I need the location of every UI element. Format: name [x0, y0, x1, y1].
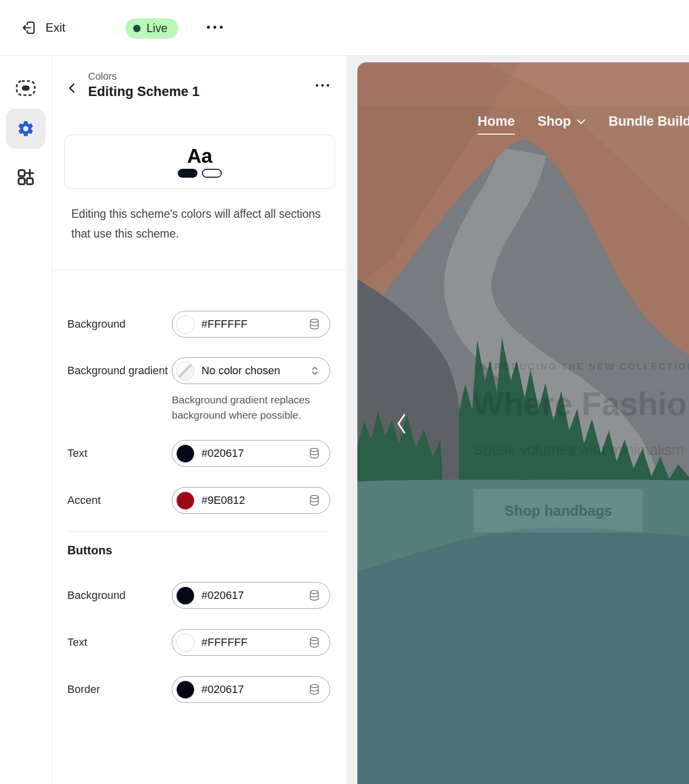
field-row-accent: Accent #9E0812	[67, 487, 330, 514]
editor-icon-rail	[0, 55, 52, 784]
scheme-description: Editing this scheme's colors will affect…	[71, 204, 325, 244]
accent-color-input[interactable]: #9E0812	[172, 487, 330, 514]
background-gradient-select[interactable]: No color chosen	[172, 357, 330, 384]
field-row-button-background: Background #020617	[67, 582, 330, 609]
panel-header: Colors Editing Scheme 1 Aa Editing this …	[51, 55, 346, 270]
button-text-color-input[interactable]: #FFFFFF	[172, 629, 330, 656]
sections-icon	[15, 78, 37, 98]
rail-item-theme-settings[interactable]	[6, 109, 46, 148]
dynamic-source-icon[interactable]	[308, 683, 321, 696]
ellipsis-icon	[316, 84, 318, 87]
scheme-button-pills	[178, 169, 222, 178]
exit-label: Exit	[46, 21, 65, 35]
select-chevrons-icon	[309, 364, 321, 377]
buttons-section-heading: Buttons	[67, 543, 112, 557]
outline-button-pill	[202, 169, 222, 178]
field-label: Background gradient	[67, 363, 172, 379]
rail-item-sections[interactable]	[6, 68, 46, 108]
no-color-swatch	[176, 362, 195, 380]
hero-eyebrow-text: INTRODUCING THE NEW COLLECTION	[475, 361, 689, 372]
field-label: Text	[67, 635, 172, 650]
nav-shop-label: Shop	[538, 114, 571, 129]
hero-subheading: Speak volumes with minimalism	[474, 441, 684, 458]
dynamic-source-icon[interactable]	[308, 318, 321, 331]
scheme-preview-card: Aa	[64, 135, 335, 189]
exit-icon	[21, 20, 37, 36]
text-color-input[interactable]: #020617	[172, 440, 330, 467]
select-value: No color chosen	[201, 364, 309, 377]
color-swatch	[176, 491, 195, 510]
button-background-color-input[interactable]: #020617	[172, 582, 330, 609]
back-button[interactable]	[63, 79, 81, 97]
colors-settings-panel: Colors Editing Scheme 1 Aa Editing this …	[51, 55, 346, 784]
nav-link-bundle-builder[interactable]: Bundle Builder	[609, 114, 689, 129]
scheme-overflow-menu-button[interactable]	[313, 81, 332, 90]
color-hex-value: #9E0812	[201, 494, 308, 507]
rail-item-apps[interactable]	[6, 157, 46, 197]
color-hex-value: #FFFFFF	[201, 636, 308, 649]
color-hex-value: #020617	[201, 683, 308, 696]
color-hex-value: #020617	[201, 589, 308, 602]
dynamic-source-icon[interactable]	[308, 636, 321, 649]
button-border-color-input[interactable]: #020617	[172, 676, 330, 703]
live-dot-icon	[133, 25, 141, 32]
field-label: Text	[67, 445, 172, 461]
hero-heading: Where Fashion	[473, 385, 689, 423]
live-label: Live	[147, 22, 167, 35]
carousel-previous-button[interactable]	[394, 412, 409, 436]
field-row-button-border: Border #020617	[67, 676, 330, 703]
nav-link-home[interactable]: Home	[478, 114, 515, 135]
field-label: Background	[67, 588, 172, 603]
topbar-overflow-menu-button[interactable]	[203, 22, 227, 33]
field-label: Background	[67, 316, 172, 332]
filled-button-pill	[178, 169, 197, 178]
storefront-preview: Home Shop Bundle Builder INTRODUCING THE…	[357, 62, 689, 784]
chevron-down-icon	[576, 118, 586, 125]
field-row-background-gradient: Background gradient No color chosen Back…	[67, 357, 330, 423]
color-swatch	[176, 634, 195, 652]
storefront-nav: Home Shop Bundle Builder	[478, 114, 689, 129]
apps-icon	[16, 167, 36, 187]
section-divider	[67, 531, 330, 532]
dynamic-source-icon[interactable]	[308, 494, 321, 507]
page-title: Editing Scheme 1	[88, 84, 199, 99]
background-color-input[interactable]: #FFFFFF	[172, 311, 330, 338]
color-swatch	[176, 681, 195, 699]
dynamic-source-icon[interactable]	[308, 589, 321, 602]
field-row-button-text: Text #FFFFFF	[67, 629, 330, 656]
field-helper-text: Background gradient replaces background …	[172, 392, 330, 423]
chevron-left-icon	[70, 84, 74, 92]
field-row-background: Background #FFFFFF	[67, 311, 330, 338]
live-status-badge: Live	[125, 18, 178, 39]
chevron-left-icon	[394, 412, 409, 436]
gear-icon	[17, 120, 35, 138]
shop-handbags-button[interactable]: Shop handbags	[474, 489, 642, 533]
exit-button[interactable]: Exit	[21, 20, 65, 36]
color-hex-value: #FFFFFF	[201, 318, 308, 331]
ellipsis-icon	[207, 26, 210, 29]
color-hex-value: #020617	[201, 447, 308, 460]
nav-link-shop[interactable]: Shop	[538, 114, 586, 129]
field-label: Accent	[67, 492, 172, 508]
color-swatch	[176, 444, 195, 463]
field-label: Border	[67, 682, 172, 697]
scheme-sample-text: Aa	[187, 146, 212, 166]
color-swatch	[176, 315, 195, 334]
breadcrumb: Colors	[88, 71, 117, 82]
color-swatch	[176, 587, 195, 605]
field-row-text: Text #020617	[67, 440, 330, 467]
editor-topbar: Exit Live	[0, 0, 689, 56]
dynamic-source-icon[interactable]	[308, 447, 321, 460]
